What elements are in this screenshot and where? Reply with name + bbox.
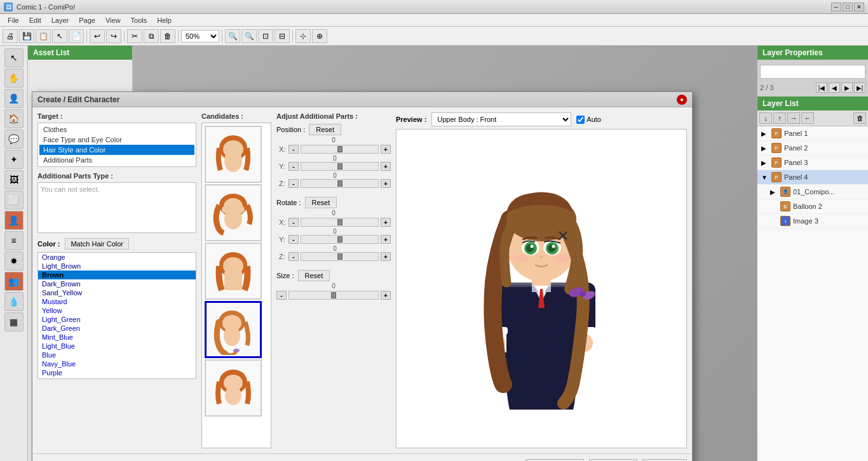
layer-up-btn[interactable]: ↑ [773,112,786,124]
rot-z-minus[interactable]: - [288,252,299,261]
color-dark-green[interactable]: Dark_Green [38,324,196,333]
color-mustard[interactable]: Mustard [38,297,196,306]
pos-y-plus[interactable]: + [381,162,391,171]
candidate-1[interactable] [205,126,262,183]
size-minus[interactable]: - [276,291,287,300]
candidate-5[interactable] [205,359,262,417]
sidebar-user2-tool[interactable]: 👥 [4,272,24,291]
close-app-btn[interactable]: ✕ [854,3,864,11]
sidebar-splash-tool[interactable]: ✸ [4,251,24,271]
candidate-3[interactable] [205,243,262,300]
layer-properties-input[interactable] [760,65,865,79]
sidebar-panel-tool[interactable]: ▦ [4,312,24,331]
target-hair[interactable]: Hair Style and Color [39,145,194,155]
layer-panel3[interactable]: ▶ P Panel 3 [757,156,868,170]
last-page-btn[interactable]: ▶| [854,83,865,93]
fit-width-btn[interactable]: ⊟ [275,29,290,43]
preview-select[interactable]: Upper Body : Front Upper Body : Side Ful… [431,112,571,126]
zoom-select[interactable]: 50% 25% 75% 100% [181,30,219,43]
layer-forward-btn[interactable]: → [787,112,800,124]
rot-y-track[interactable] [301,235,379,244]
pos-x-minus[interactable]: - [288,145,299,154]
pos-x-plus[interactable]: + [381,145,391,154]
menu-help[interactable]: Help [152,15,177,25]
color-light-brown[interactable]: Light_Brown [38,262,196,271]
menu-tools[interactable]: Tools [126,15,153,25]
paste-btn[interactable]: 📄 [69,29,84,43]
pos-z-minus[interactable]: - [288,179,299,188]
match-hair-color-btn[interactable]: Match Hair Color [65,238,129,250]
layer-down-btn[interactable]: ↓ [759,112,772,124]
size-track[interactable] [288,291,379,300]
color-pink[interactable]: Pink [38,377,196,379]
layer-balloon2[interactable]: B Balloon 2 [757,199,868,214]
rot-z-track[interactable] [301,252,379,261]
undo-btn[interactable]: ↩ [90,29,105,43]
pos-y-minus[interactable]: - [288,162,299,171]
menu-edit[interactable]: Edit [24,15,46,25]
sidebar-filter-tool[interactable]: 💧 [4,292,24,311]
sidebar-effect-tool[interactable]: ✦ [4,150,24,169]
duplicate-btn[interactable]: ⧉ [144,29,159,43]
pos-x-track[interactable] [301,145,379,154]
sidebar-image-tool[interactable]: 🖼 [4,170,24,189]
color-yellow[interactable]: Yellow [38,306,196,315]
cursor-btn[interactable]: ⊹ [295,29,311,43]
color-light-green[interactable]: Light_Green [38,315,196,324]
auto-check[interactable] [576,116,585,124]
color-dark-brown[interactable]: Dark_Brown [38,279,196,288]
menu-page[interactable]: Page [74,15,100,25]
cut-btn[interactable]: ✂ [127,29,142,43]
zoom-in-btn[interactable]: 🔍 [225,29,240,43]
select-btn[interactable]: ↖ [52,29,67,43]
sidebar-hand-tool[interactable]: ✋ [4,69,24,88]
print-btn[interactable]: 🖨 [3,29,18,43]
rot-x-minus[interactable]: - [288,218,299,227]
sidebar-character-tool[interactable]: 👤 [4,89,24,108]
delete-btn[interactable]: 🗑 [160,29,175,43]
prev-page-btn[interactable]: ◀ [829,83,840,93]
color-sand-yellow[interactable]: Sand_Yellow [38,288,196,297]
target-parts[interactable]: Additional Parts [39,155,194,165]
next-page-btn[interactable]: ▶ [841,83,853,93]
menu-view[interactable]: View [100,15,126,25]
tool2-btn[interactable]: ⊕ [312,29,327,43]
rot-y-minus[interactable]: - [288,235,299,244]
modal-close-btn[interactable]: ● [677,95,687,105]
rot-z-plus[interactable]: + [381,252,391,261]
menu-layer[interactable]: Layer [46,15,74,25]
color-orange[interactable]: Orange [38,253,196,262]
sidebar-item-tool[interactable]: 🏠 [4,109,24,128]
layer-delete-btn[interactable]: 🗑 [853,112,866,124]
color-light-blue[interactable]: Light_Blue [38,342,196,351]
color-brown[interactable]: Brown [38,271,196,279]
save-toolbar-btn[interactable]: 💾 [19,29,34,43]
layer-image3[interactable]: I Image 3 [757,214,868,229]
sidebar-balloon-tool[interactable]: 💬 [4,130,24,149]
size-plus[interactable]: + [381,291,391,300]
size-reset-btn[interactable]: Reset [298,270,330,281]
candidate-4[interactable] [205,301,262,358]
color-purple[interactable]: Purple [38,368,196,377]
redo-btn[interactable]: ↪ [106,29,121,43]
zoom-out-btn[interactable]: 🔍 [241,29,257,43]
menu-file[interactable]: File [3,15,24,25]
rotate-reset-btn[interactable]: Reset [305,197,337,208]
first-page-btn[interactable]: |◀ [816,83,827,93]
layer-panel1[interactable]: ▶ P Panel 1 [757,126,868,141]
position-reset-btn[interactable]: Reset [309,124,341,135]
rot-x-plus[interactable]: + [381,218,391,227]
color-mint-blue[interactable]: Mint_Blue [38,333,196,342]
layer-character[interactable]: ▶ 👤 01_Comipo... [757,185,868,199]
auto-checkbox[interactable]: Auto [576,116,601,124]
copy-btn[interactable]: 📋 [36,29,51,43]
layer-panel4[interactable]: ▼ P Panel 4 [757,170,868,185]
rot-x-track[interactable] [301,218,379,227]
color-list[interactable]: Orange Light_Brown Brown Dark_Brown Sand… [37,252,196,379]
minimize-btn[interactable]: ─ [831,3,841,11]
layer-backward-btn[interactable]: ← [801,112,814,124]
pos-z-plus[interactable]: + [381,179,391,188]
candidate-2[interactable] [205,184,262,241]
sidebar-text-tool[interactable]: ≡ [4,231,24,250]
layer-panel2[interactable]: ▶ P Panel 2 [757,141,868,156]
